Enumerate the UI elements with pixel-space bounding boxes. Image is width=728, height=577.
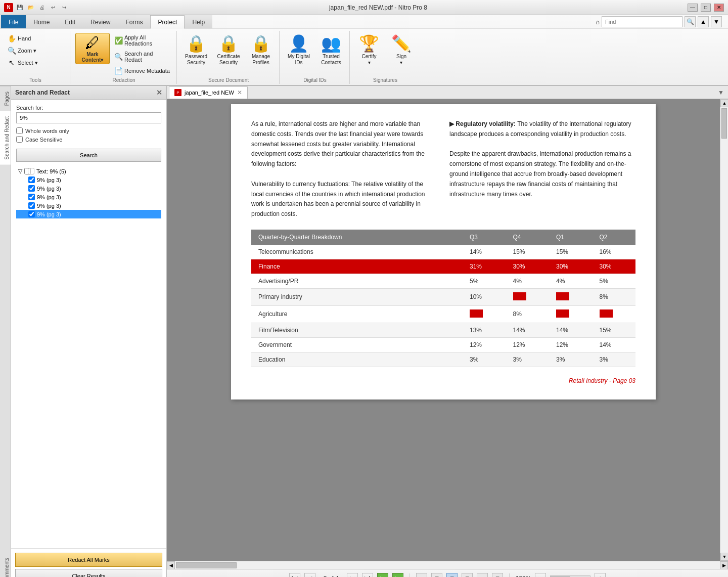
zoom-in-btn[interactable]: + xyxy=(595,573,606,578)
apply-redactions-btn[interactable]: ✅Apply All Redactions xyxy=(112,33,172,48)
tab-forms[interactable]: Forms xyxy=(118,15,150,28)
doc-tab-active[interactable]: P japan_file_red NEW ✕ xyxy=(169,86,248,99)
row-q3-government: 12% xyxy=(463,337,506,352)
whole-words-label: Whole words only xyxy=(25,128,69,134)
redo-qat-btn[interactable]: ↪ xyxy=(60,3,69,12)
scroll-up-btn[interactable]: ▲ xyxy=(720,99,728,107)
password-security-btn[interactable]: 🔒 PasswordSecurity xyxy=(182,33,210,67)
result-label-4: 9% (pg 3) xyxy=(37,203,61,209)
close-button[interactable]: ✕ xyxy=(714,4,724,12)
scroll-thumb[interactable] xyxy=(721,108,727,139)
zoom-tool-btn[interactable]: 🔍Zoom ▾ xyxy=(5,45,66,56)
tab-help[interactable]: Help xyxy=(185,15,212,28)
remove-metadata-btn[interactable]: 📄Remove Metadata xyxy=(112,65,172,76)
row-q3-primary: 10% xyxy=(463,288,506,305)
play-btn2[interactable]: ▶ xyxy=(392,573,403,578)
certify-btn[interactable]: 🏆 Certify▾ xyxy=(355,33,383,67)
sidebar-tab-comments[interactable]: Comments xyxy=(0,553,11,577)
select-tool-btn[interactable]: ↖Select ▾ xyxy=(5,57,66,68)
scroll-right-btn[interactable]: ▶ xyxy=(720,561,728,569)
tab-file[interactable]: File xyxy=(1,15,26,28)
case-sensitive-checkbox[interactable] xyxy=(16,136,23,143)
search-panel-title: Search and Redact xyxy=(15,89,70,96)
sign-btn[interactable]: ✏️ Sign▾ xyxy=(387,33,416,67)
redact-all-marks-btn[interactable]: Redact All Marks xyxy=(15,553,162,567)
minimize-button[interactable]: — xyxy=(688,4,698,12)
manage-profiles-btn[interactable]: 🔒 ManageProfiles xyxy=(247,33,275,67)
tab-edit[interactable]: Edit xyxy=(57,15,83,28)
ribbon-group-signatures: 🏆 Certify▾ ✏️ Sign▾ Signatures xyxy=(353,31,420,84)
last-page-btn[interactable]: ▶| xyxy=(362,573,373,578)
maximize-button[interactable]: □ xyxy=(701,4,711,12)
row-label-telecom: Telecommunications xyxy=(251,245,463,259)
row-q2-primary: 8% xyxy=(593,288,636,305)
my-digital-ids-btn[interactable]: 👤 My DigitalIDs xyxy=(285,33,313,67)
sidebar-tab-search-redact[interactable]: Search and Redact xyxy=(0,111,11,165)
result-item-2[interactable]: 9% (pg 3) xyxy=(16,184,161,193)
hand-tool-btn[interactable]: ✋Hand xyxy=(5,33,66,44)
play-btn[interactable]: ▶ xyxy=(377,573,388,578)
result-item-4[interactable]: 9% (pg 3) xyxy=(16,201,161,210)
horizontal-scrollbar[interactable]: ◀ ▶ xyxy=(167,561,728,569)
doc-tab-close-btn[interactable]: ✕ xyxy=(237,89,242,96)
zoom-slider[interactable] xyxy=(550,575,590,578)
row-q2-finance: 30% xyxy=(593,259,636,274)
first-page-btn[interactable]: |◀ xyxy=(289,573,300,578)
scroll-down-btn[interactable]: ▼ xyxy=(720,553,728,561)
result-checkbox-5[interactable] xyxy=(28,211,35,217)
whole-words-checkbox[interactable] xyxy=(16,127,23,134)
table-row-primary: Primary industry 10% 8% xyxy=(251,288,635,305)
result-item-1[interactable]: 9% (pg 3) xyxy=(16,175,161,184)
scroll-left-btn[interactable]: ◀ xyxy=(167,561,175,569)
certificate-security-btn[interactable]: 🔒 CertificateSecurity xyxy=(214,33,243,67)
sidebar-tab-pages[interactable]: Pages xyxy=(0,86,11,111)
tab-home[interactable]: Home xyxy=(26,15,57,28)
tab-review[interactable]: Review xyxy=(83,15,118,28)
parent-checkbox2[interactable] xyxy=(28,168,34,174)
row-q1-agriculture xyxy=(549,305,593,323)
find-prev-btn[interactable]: ▲ xyxy=(698,16,709,27)
search-redact-btn[interactable]: 🔍Search and Redact xyxy=(112,49,172,64)
results-tree: ▽ Text: 9% (5) 9% (pg 3) 9% (pg 3) 9% (p… xyxy=(16,167,161,218)
result-checkbox-3[interactable] xyxy=(28,194,35,200)
prev-page-btn[interactable]: ◀ xyxy=(304,573,315,578)
result-item-3[interactable]: 9% (pg 3) xyxy=(16,193,161,201)
find-input[interactable] xyxy=(602,16,682,27)
mark-content-btn[interactable]: 🖊 MarkContent▾ xyxy=(75,33,110,64)
result-checkbox-4[interactable] xyxy=(28,202,35,209)
search-button[interactable]: Search xyxy=(16,149,161,162)
clear-results-btn[interactable]: Clear Results xyxy=(15,569,162,577)
vertical-scrollbar[interactable]: ▲ ▼ xyxy=(720,99,728,561)
view-fit-btn[interactable]: ⊟ xyxy=(446,573,458,578)
tab-protect[interactable]: Protect xyxy=(150,15,185,29)
search-panel-close[interactable]: ✕ xyxy=(156,88,162,97)
doc-page: As a rule, international costs are highe… xyxy=(231,104,656,400)
row-q1-primary xyxy=(549,288,593,305)
view-single-btn[interactable]: □ xyxy=(416,573,427,578)
sign-label: Sign▾ xyxy=(396,54,406,66)
result-label-2: 9% (pg 3) xyxy=(37,186,61,192)
tab-scroll-arrow[interactable]: ▼ xyxy=(714,89,728,96)
search-input[interactable] xyxy=(16,112,161,123)
view-scroll-btn[interactable]: ≡ xyxy=(477,573,488,578)
view-two-btn[interactable]: ⊠ xyxy=(462,573,473,578)
zoom-out-btn[interactable]: — xyxy=(535,573,546,578)
view-full-btn[interactable]: ⊡ xyxy=(492,573,503,578)
horiz-scroll-thumb[interactable] xyxy=(176,562,237,568)
open-qat-btn[interactable]: 📂 xyxy=(26,3,35,12)
result-checkbox-1[interactable] xyxy=(28,176,35,183)
next-page-btn[interactable]: ▶ xyxy=(347,573,358,578)
table-row-telecom: Telecommunications 14% 15% 15% 16% xyxy=(251,245,635,259)
mark-content-label: MarkContent▾ xyxy=(82,52,104,63)
find-next-btn[interactable]: ▼ xyxy=(711,16,722,27)
result-item-5[interactable]: 9% (pg 3) xyxy=(16,210,161,218)
save-qat-btn[interactable]: 💾 xyxy=(15,3,24,12)
doc-right-col: ▶ Regulatory volatility: The volatility … xyxy=(449,119,635,219)
zoom-info: 100% xyxy=(516,575,531,578)
find-search-btn[interactable]: 🔍 xyxy=(685,16,696,27)
result-checkbox-2[interactable] xyxy=(28,185,35,192)
view-thumb-btn[interactable]: ⊞ xyxy=(431,573,442,578)
undo-qat-btn[interactable]: ↩ xyxy=(49,3,58,12)
trusted-contacts-btn[interactable]: 👥 TrustedContacts xyxy=(317,33,345,67)
print-qat-btn[interactable]: 🖨 xyxy=(37,3,47,12)
